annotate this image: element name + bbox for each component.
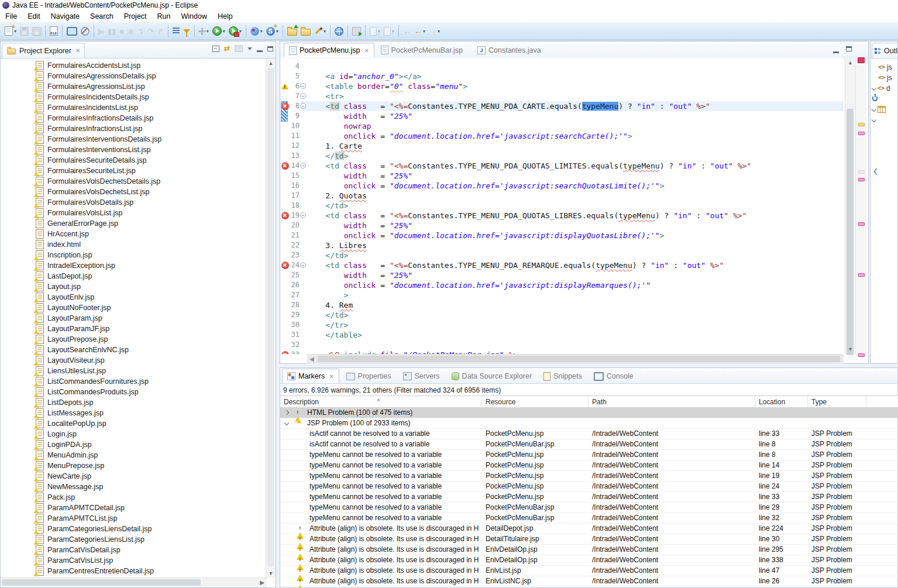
marker-row[interactable]: typeMenu cannot be resolved to a variabl… xyxy=(280,481,898,492)
fold-collapse-icon[interactable]: − xyxy=(300,103,306,109)
menu-navigate[interactable]: Navigate xyxy=(46,11,85,22)
fold-collapse-icon[interactable]: − xyxy=(300,93,306,99)
minimize-icon[interactable] xyxy=(257,46,263,52)
file-item[interactable]: ListDepots.jsp xyxy=(1,397,258,408)
file-item[interactable]: NewMessage.jsp xyxy=(1,482,258,492)
maximize-icon[interactable] xyxy=(267,46,273,51)
faint-ruler-mark[interactable] xyxy=(858,170,865,174)
menu-search[interactable]: Search xyxy=(85,11,119,22)
new-web-wizard-button[interactable]: ▾ xyxy=(249,24,264,38)
marker-row[interactable]: typeMenu cannot be resolved to a variabl… xyxy=(280,513,898,524)
column-header-resource[interactable]: Resource xyxy=(482,396,589,408)
marker-row[interactable]: isActif cannot be resolved to a variable… xyxy=(280,439,898,450)
file-item[interactable]: Pack.jsp xyxy=(1,492,258,503)
editor-hscrollbar[interactable]: ◀ xyxy=(307,354,844,364)
file-item[interactable]: MenuPrepose.jsp xyxy=(1,460,258,471)
minimize-icon[interactable] xyxy=(833,47,839,53)
scroll-up-icon[interactable]: ▲ xyxy=(845,60,855,66)
marker-row[interactable]: typeMenu cannot be resolved to a variabl… xyxy=(280,491,898,503)
profile-dropdown-icon[interactable]: ▾ xyxy=(239,29,242,34)
file-item[interactable]: FormulairesIncidentsDetails.jsp xyxy=(1,92,258,102)
scroll-left-icon[interactable]: ◀ xyxy=(309,356,314,362)
file-item[interactable]: Inscription.jsp xyxy=(1,250,258,260)
forward-dropdown-icon[interactable]: ▾ xyxy=(438,29,440,34)
occurrence-ruler-mark[interactable] xyxy=(858,132,865,135)
file-item[interactable]: ParamCatVisDetail.jsp xyxy=(1,545,258,555)
marker-row[interactable]: Attribute (align) is obsolete. Its use i… xyxy=(280,544,898,555)
chevron-expanded-icon[interactable] xyxy=(872,107,876,112)
file-item[interactable]: LayoutParamJF.jsp xyxy=(1,324,258,334)
view-menu-icon[interactable] xyxy=(247,47,252,50)
outline-item[interactable] xyxy=(872,104,886,115)
file-item[interactable]: ParamAPMTCList.jsp xyxy=(1,513,258,524)
file-item[interactable]: ParamCategoriesLiensList.jsp xyxy=(1,534,258,545)
open-folder-button[interactable] xyxy=(299,24,312,38)
status-error-ruler-mark[interactable] xyxy=(858,57,865,63)
new-button[interactable]: ▾ xyxy=(3,24,18,38)
link-with-editor-icon[interactable]: ⇄ xyxy=(224,45,230,52)
scroll-right-icon[interactable]: ▶ xyxy=(260,579,264,586)
tab-markers[interactable]: Markers✕ xyxy=(282,369,339,383)
binary-file-button[interactable] xyxy=(48,24,60,38)
file-item[interactable]: ListCommandesProduits.jsp xyxy=(1,387,258,397)
fold-collapse-icon[interactable]: − xyxy=(300,262,306,268)
file-item[interactable]: GeneralErrorPage.jsp xyxy=(1,218,258,229)
outline-item[interactable]: <>d xyxy=(872,83,890,94)
menu-extra-icon[interactable] xyxy=(235,45,243,52)
web-browser-button[interactable] xyxy=(333,24,345,38)
column-header-location[interactable]: Location xyxy=(755,396,808,408)
marker-row[interactable]: isActif cannot be resolved to a variable… xyxy=(280,428,898,439)
close-icon[interactable]: ✕ xyxy=(364,47,369,54)
file-item[interactable]: FormulairesInfractionsList.jsp xyxy=(1,123,258,134)
vscroll-thumb[interactable] xyxy=(847,109,854,355)
back-dropdown-icon[interactable]: ▾ xyxy=(423,29,425,34)
file-item[interactable]: ParamCentresEntretienDetail.jsp xyxy=(1,566,258,576)
file-item[interactable]: LayoutNoFooter.jsp xyxy=(1,302,258,313)
marker-row[interactable]: typeMenu cannot be resolved to a variabl… xyxy=(280,449,898,460)
hscroll-thumb[interactable] xyxy=(2,579,201,586)
file-item[interactable]: index.html xyxy=(1,239,258,250)
file-item[interactable]: FormulairesInfractionsDetails.jsp xyxy=(1,113,258,123)
scroll-down-icon[interactable]: ▼ xyxy=(266,570,276,576)
marker-row[interactable]: Attribute (align) is obsolete. Its use i… xyxy=(280,565,898,576)
close-icon[interactable]: ✕ xyxy=(75,47,80,54)
tab-servers[interactable]: Servers xyxy=(398,369,445,383)
file-item[interactable]: MenuAdmin.jsp xyxy=(1,450,258,460)
editor-vscrollbar[interactable]: ▲ ▼ xyxy=(845,58,855,354)
file-item[interactable]: ListMessages.jsp xyxy=(1,408,258,418)
debug-button[interactable]: ▾ xyxy=(197,24,211,38)
import-folder-button[interactable] xyxy=(285,24,299,38)
tab-data-source-explorer[interactable]: Data Source Explorer xyxy=(447,369,537,383)
chevron-expanded-icon[interactable] xyxy=(284,421,289,425)
file-item[interactable]: FormulairesVolsDechetsDetails.jsp xyxy=(1,176,258,187)
run-button[interactable]: ▾ xyxy=(211,24,227,38)
forward-button[interactable]: →▾ xyxy=(427,24,442,38)
file-item[interactable]: FormulairesSecuriteList.jsp xyxy=(1,166,258,176)
file-item[interactable]: FormulairesVolsDechetsList.jsp xyxy=(1,187,258,197)
chevron-expanded-icon[interactable] xyxy=(872,118,876,122)
occurrence-ruler-mark[interactable] xyxy=(858,222,865,226)
team-synchronize-button[interactable] xyxy=(350,24,363,38)
marker-row[interactable]: Attribute (align) is obsolete. Its use i… xyxy=(280,534,898,545)
file-item[interactable]: FormulairesInterventionsList.jsp xyxy=(1,145,258,155)
file-item[interactable]: FormulairesAgressionsList.jsp xyxy=(1,81,258,92)
maximize-icon[interactable] xyxy=(846,46,852,51)
menu-window[interactable]: Window xyxy=(176,11,212,22)
file-item[interactable]: LayoutSearchEnlvNC.jsp xyxy=(1,345,258,355)
filter-button[interactable] xyxy=(181,24,192,38)
file-item[interactable]: ParamAPMTCDetail.jsp xyxy=(1,503,258,513)
occurrence-ruler-mark[interactable] xyxy=(858,273,865,277)
new-servlet-button[interactable]: ▾ xyxy=(264,24,280,38)
collapse-left-icon[interactable]: ❮ xyxy=(873,167,878,175)
fold-collapse-icon[interactable]: − xyxy=(300,212,306,218)
file-item[interactable]: LayoutParam.jsp xyxy=(1,313,258,324)
file-item[interactable]: LastDepot.jsp xyxy=(1,271,258,281)
tab-properties[interactable]: Properties xyxy=(342,369,396,383)
file-item[interactable]: ParamCatVisList.jsp xyxy=(1,555,258,566)
file-item[interactable]: LayoutEnlv.jsp xyxy=(1,292,258,302)
last-edit-location-button[interactable]: ← xyxy=(401,24,412,38)
menu-run[interactable]: Run xyxy=(152,11,176,22)
file-item[interactable]: LocalitePopUp.jsp xyxy=(1,418,258,429)
file-item[interactable]: NewCarte.jsp xyxy=(1,471,258,482)
column-header-type[interactable]: Type xyxy=(808,396,866,408)
